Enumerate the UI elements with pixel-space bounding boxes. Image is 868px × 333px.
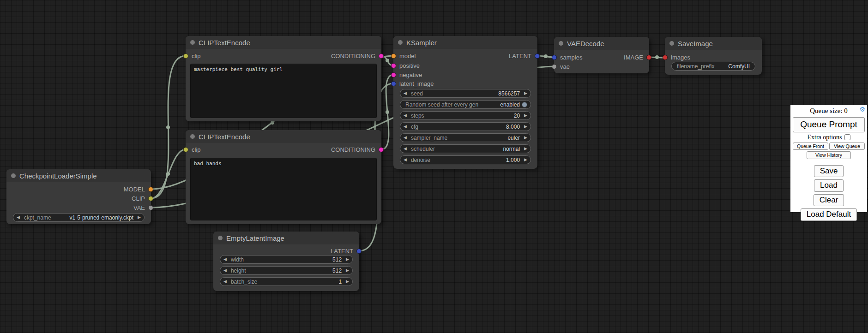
output-slot-clip[interactable]: CLIP [132, 195, 153, 202]
queue-front-button[interactable]: Queue Front [793, 143, 828, 150]
vae-slot-dot[interactable] [552, 64, 557, 69]
clip-slot-dot[interactable] [183, 147, 188, 152]
input-slot-samples[interactable]: samples [552, 54, 582, 61]
output-slot-conditioning[interactable]: CONDITIONING [331, 52, 384, 59]
load-button[interactable]: Load [814, 179, 844, 191]
right-arrow-icon[interactable]: ▶ [138, 215, 141, 220]
widget-seed[interactable]: ◀ seed 8566257 ▶ [400, 89, 531, 98]
settings-gear-icon[interactable]: ⚙ [859, 107, 865, 113]
widget-steps[interactable]: ◀ steps 20 ▶ [400, 111, 531, 120]
left-arrow-icon[interactable]: ◀ [404, 136, 407, 140]
input-slot-positive[interactable]: positive [391, 62, 420, 69]
node-ksampler[interactable]: KSampler model positive negative latent_… [393, 36, 537, 169]
node-title-bar[interactable]: CheckpointLoaderSimple [6, 169, 151, 182]
node-title-bar[interactable]: CLIPTextEncode [186, 36, 381, 49]
widget-random-seed-toggle[interactable]: Random seed after every gen enabled [400, 100, 531, 109]
input-slot-clip[interactable]: clip [183, 52, 201, 59]
latent-slot-dot[interactable] [535, 54, 540, 59]
input-slot-model[interactable]: model [391, 52, 416, 59]
node-collapse-dot-icon[interactable] [559, 41, 563, 46]
model-slot-dot[interactable] [391, 54, 396, 59]
view-history-button[interactable]: View History [807, 151, 851, 159]
widget-ckpt-name[interactable]: ◀ ckpt_name v1-5-pruned-emaonly.ckpt ▶ [13, 213, 145, 222]
output-slot-conditioning[interactable]: CONDITIONING [331, 146, 384, 153]
input-slot-negative[interactable]: negative [391, 71, 422, 78]
latent-slot-dot[interactable] [356, 249, 362, 254]
left-arrow-icon[interactable]: ◀ [404, 147, 407, 151]
widget-height[interactable]: ◀ height 512 ▶ [220, 266, 353, 275]
model-slot-dot[interactable] [148, 187, 153, 192]
node-collapse-dot-icon[interactable] [11, 173, 16, 178]
view-queue-button[interactable]: View Queue [829, 143, 865, 150]
right-arrow-icon[interactable]: ▶ [346, 279, 349, 284]
conditioning-slot-dot[interactable] [379, 54, 384, 59]
graph-canvas[interactable]: CheckpointLoaderSimple MODEL CLIP VAE ◀ … [0, 0, 868, 333]
save-button[interactable]: Save [814, 165, 844, 177]
image-slot-dot[interactable] [663, 55, 668, 60]
node-collapse-dot-icon[interactable] [190, 134, 195, 139]
left-arrow-icon[interactable]: ◀ [404, 91, 407, 95]
clear-button[interactable]: Clear [814, 194, 844, 206]
node-title-bar[interactable]: EmptyLatentImage [213, 232, 359, 244]
node-title-bar[interactable]: SaveImage [665, 37, 762, 50]
extra-options-checkbox[interactable] [844, 134, 850, 140]
node-collapse-dot-icon[interactable] [669, 41, 674, 46]
right-arrow-icon[interactable]: ▶ [524, 113, 527, 118]
output-slot-latent[interactable]: LATENT [331, 247, 362, 255]
right-arrow-icon[interactable]: ▶ [346, 257, 349, 262]
vae-slot-dot[interactable] [148, 205, 153, 210]
widget-sampler-name[interactable]: ◀ sampler_name euler ▶ [400, 133, 531, 142]
node-checkpoint-loader[interactable]: CheckpointLoaderSimple MODEL CLIP VAE ◀ … [6, 169, 151, 224]
right-arrow-icon[interactable]: ▶ [524, 147, 527, 151]
input-slot-vae[interactable]: vae [552, 63, 570, 70]
conditioning-slot-dot[interactable] [379, 147, 384, 152]
node-clip-text-encode-positive[interactable]: CLIPTextEncode clip CONDITIONING masterp… [186, 36, 381, 121]
widget-batch-size[interactable]: ◀ batch_size 1 ▶ [220, 277, 353, 286]
queue-prompt-button[interactable]: Queue Prompt [793, 117, 865, 132]
widget-width[interactable]: ◀ width 512 ▶ [220, 255, 353, 264]
latent-slot-dot[interactable] [552, 55, 557, 60]
clip-slot-dot[interactable] [183, 54, 188, 59]
node-vae-decode[interactable]: VAEDecode samples vae IMAGE [554, 37, 649, 73]
toggle-on-dot-icon[interactable] [522, 102, 527, 107]
widget-scheduler[interactable]: ◀ scheduler normal ▶ [400, 144, 531, 153]
conditioning-slot-dot[interactable] [391, 63, 396, 68]
node-collapse-dot-icon[interactable] [398, 40, 403, 45]
node-collapse-dot-icon[interactable] [190, 40, 195, 45]
clip-slot-dot[interactable] [148, 196, 153, 201]
conditioning-slot-dot[interactable] [391, 72, 396, 77]
right-arrow-icon[interactable]: ▶ [524, 158, 527, 162]
node-title-bar[interactable]: CLIPTextEncode [186, 130, 381, 143]
right-arrow-icon[interactable]: ▶ [524, 125, 527, 129]
right-arrow-icon[interactable]: ▶ [524, 136, 527, 140]
load-default-button[interactable]: Load Default [801, 208, 857, 220]
widget-denoise[interactable]: ◀ denoise 1.000 ▶ [400, 155, 531, 164]
left-arrow-icon[interactable]: ◀ [404, 113, 407, 118]
output-slot-vae[interactable]: VAE [133, 204, 153, 211]
output-slot-latent[interactable]: LATENT [509, 52, 540, 59]
left-arrow-icon[interactable]: ◀ [404, 158, 407, 162]
widget-cfg[interactable]: ◀ cfg 8.000 ▶ [400, 122, 531, 131]
node-collapse-dot-icon[interactable] [218, 236, 223, 240]
right-arrow-icon[interactable]: ▶ [524, 91, 527, 95]
positive-prompt-textarea[interactable]: masterpiece best quality girl [190, 64, 377, 118]
left-arrow-icon[interactable]: ◀ [404, 125, 407, 129]
right-arrow-icon[interactable]: ▶ [346, 268, 349, 273]
left-arrow-icon[interactable]: ◀ [223, 257, 227, 262]
node-clip-text-encode-negative[interactable]: CLIPTextEncode clip CONDITIONING bad han… [186, 130, 381, 224]
image-slot-dot[interactable] [646, 55, 651, 60]
widget-filename-prefix[interactable]: filename_prefix ComfyUI [671, 62, 755, 71]
negative-prompt-textarea[interactable]: bad hands [190, 158, 377, 220]
left-arrow-icon[interactable]: ◀ [17, 215, 20, 220]
node-save-image[interactable]: SaveImage images filename_prefix ComfyUI [665, 37, 762, 75]
node-title-bar[interactable]: VAEDecode [554, 37, 649, 50]
input-slot-clip[interactable]: clip [183, 146, 201, 153]
node-empty-latent-image[interactable]: EmptyLatentImage LATENT ◀ width 512 ▶ ◀ … [213, 232, 359, 291]
output-slot-image[interactable]: IMAGE [624, 54, 651, 61]
input-slot-latent-image[interactable]: latent_image [391, 80, 434, 87]
latent-slot-dot[interactable] [391, 81, 396, 86]
output-slot-model[interactable]: MODEL [124, 185, 153, 193]
left-arrow-icon[interactable]: ◀ [223, 268, 227, 273]
input-slot-images[interactable]: images [663, 54, 690, 61]
left-arrow-icon[interactable]: ◀ [223, 279, 227, 284]
